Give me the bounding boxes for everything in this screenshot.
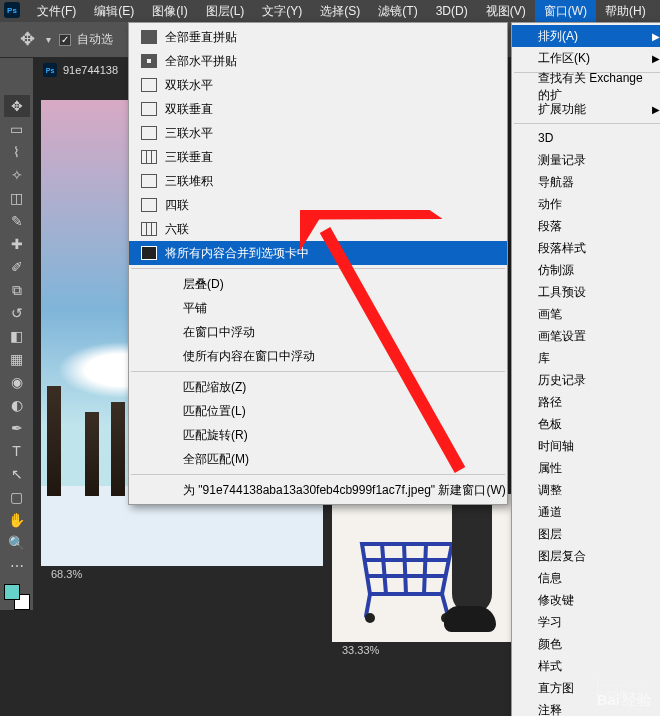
window-menu-item[interactable]: 路径 — [512, 391, 660, 413]
window-menu-item[interactable]: 颜色 — [512, 633, 660, 655]
tool-pen[interactable]: ✒ — [4, 417, 30, 439]
arrange-item[interactable]: 使所有内容在窗口中浮动 — [129, 344, 507, 368]
window-menu-item[interactable]: 画笔 — [512, 303, 660, 325]
tool-move[interactable]: ✥ — [4, 95, 30, 117]
tool-rectangle[interactable]: ▢ — [4, 486, 30, 508]
window-menu-item-label: 图层 — [538, 526, 562, 543]
menu-select[interactable]: 选择(S) — [311, 0, 369, 23]
arrange-item[interactable]: 全部匹配(M) — [129, 447, 507, 471]
svg-point-0 — [365, 613, 375, 623]
menu-window[interactable]: 窗口(W) — [535, 0, 596, 23]
tool-type[interactable]: T — [4, 440, 30, 462]
menu-help[interactable]: 帮助(H) — [596, 0, 655, 23]
tool-more[interactable]: ⋯ — [4, 555, 30, 577]
tool-eyedropper[interactable]: ✎ — [4, 210, 30, 232]
chevron-right-icon: ▶ — [652, 31, 660, 42]
layout-grid-icon — [141, 54, 157, 68]
arrange-item[interactable]: 匹配缩放(Z) — [129, 375, 507, 399]
arrange-item[interactable]: 层叠(D) — [129, 272, 507, 296]
chevron-down-icon[interactable]: ▾ — [46, 34, 51, 45]
window-menu-item[interactable]: 工作区(K)▶ — [512, 47, 660, 69]
window-menu-item[interactable]: 画笔设置 — [512, 325, 660, 347]
arrange-item-label: 三联堆积 — [165, 173, 213, 190]
tool-hand[interactable]: ✋ — [4, 509, 30, 531]
window-menu-item[interactable]: 通道 — [512, 501, 660, 523]
tool-magic-wand[interactable]: ✧ — [4, 164, 30, 186]
arrange-item[interactable]: 全部水平拼贴 — [129, 49, 507, 73]
window-menu-item[interactable]: 工具预设 — [512, 281, 660, 303]
arrange-item[interactable]: 四联 — [129, 193, 507, 217]
arrange-item[interactable]: 为 "91e744138aba13a30feb4cb999f1ac7f.jpeg… — [129, 478, 507, 502]
menu-view[interactable]: 视图(V) — [477, 0, 535, 23]
tool-eraser[interactable]: ◧ — [4, 325, 30, 347]
move-tool-icon[interactable] — [20, 30, 40, 50]
arrange-item[interactable]: 双联垂直 — [129, 97, 507, 121]
window-menu-item[interactable]: 修改键 — [512, 589, 660, 611]
arrange-item[interactable]: 将所有内容合并到选项卡中 — [129, 241, 507, 265]
menu-image[interactable]: 图像(I) — [143, 0, 196, 23]
menu-file[interactable]: 文件(F) — [28, 0, 85, 23]
document-tab[interactable]: Ps 91e744138 — [33, 58, 129, 82]
arrange-item[interactable]: 在窗口中浮动 — [129, 320, 507, 344]
window-menu-item[interactable]: 色板 — [512, 413, 660, 435]
window-menu-item[interactable]: 学习 — [512, 611, 660, 633]
tool-healing[interactable]: ✚ — [4, 233, 30, 255]
window-menu-item-label: 画笔 — [538, 306, 562, 323]
menu-edit[interactable]: 编辑(E) — [85, 0, 143, 23]
arrange-item[interactable]: 平铺 — [129, 296, 507, 320]
color-swatches[interactable] — [4, 584, 30, 610]
arrange-item[interactable]: 三联水平 — [129, 121, 507, 145]
arrange-item[interactable]: 匹配旋转(R) — [129, 423, 507, 447]
window-menu-item[interactable]: 段落样式 — [512, 237, 660, 259]
arrange-item[interactable]: 三联堆积 — [129, 169, 507, 193]
chevron-right-icon: ▶ — [652, 104, 660, 115]
window-menu-item-label: 调整 — [538, 482, 562, 499]
menu-type[interactable]: 文字(Y) — [253, 0, 311, 23]
window-menu-item[interactable]: 时间轴 — [512, 435, 660, 457]
window-menu-item[interactable]: 属性 — [512, 457, 660, 479]
window-menu-item[interactable]: 仿制源 — [512, 259, 660, 281]
tool-marquee[interactable]: ▭ — [4, 118, 30, 140]
window-menu-item[interactable]: 3D — [512, 127, 660, 149]
menu-layer[interactable]: 图层(L) — [197, 0, 254, 23]
tool-crop[interactable]: ◫ — [4, 187, 30, 209]
window-menu-item[interactable]: 动作 — [512, 193, 660, 215]
tool-path-select[interactable]: ↖ — [4, 463, 30, 485]
arrange-item-label: 六联 — [165, 221, 189, 238]
tool-blur[interactable]: ◉ — [4, 371, 30, 393]
window-menu-item[interactable]: 查找有关 Exchange 的扩 — [512, 76, 660, 98]
arrange-item[interactable]: 匹配位置(L) — [129, 399, 507, 423]
menu-filter[interactable]: 滤镜(T) — [369, 0, 426, 23]
window-menu-item-label: 颜色 — [538, 636, 562, 653]
window-menu-item[interactable]: 图层 — [512, 523, 660, 545]
arrange-item-label: 匹配旋转(R) — [183, 427, 248, 444]
window-menu-item[interactable]: 图层复合 — [512, 545, 660, 567]
document-canvas-2[interactable] — [332, 494, 518, 642]
window-menu-item[interactable]: 信息 — [512, 567, 660, 589]
arrange-item-label: 全部匹配(M) — [183, 451, 249, 468]
tool-gradient[interactable]: ▦ — [4, 348, 30, 370]
separator — [131, 474, 505, 475]
auto-select-checkbox[interactable]: ✓ — [59, 34, 71, 46]
tool-history-brush[interactable]: ↺ — [4, 302, 30, 324]
window-menu-item[interactable]: 排列(A)▶ — [512, 25, 660, 47]
window-menu-item[interactable]: 历史记录 — [512, 369, 660, 391]
arrange-item[interactable]: 双联水平 — [129, 73, 507, 97]
window-menu-item[interactable]: 样式 — [512, 655, 660, 677]
window-menu-item[interactable]: 调整 — [512, 479, 660, 501]
window-menu-item[interactable]: 测量记录 — [512, 149, 660, 171]
window-menu-item[interactable]: 库 — [512, 347, 660, 369]
tool-dodge[interactable]: ◐ — [4, 394, 30, 416]
arrange-item[interactable]: 三联垂直 — [129, 145, 507, 169]
menu-3d[interactable]: 3D(D) — [427, 1, 477, 21]
tool-brush[interactable]: ✐ — [4, 256, 30, 278]
window-menu-item[interactable]: 扩展功能▶ — [512, 98, 660, 120]
tool-zoom[interactable]: 🔍 — [4, 532, 30, 554]
tool-lasso[interactable]: ⌇ — [4, 141, 30, 163]
window-menu-item[interactable]: 导航器 — [512, 171, 660, 193]
window-menu-item[interactable]: 段落 — [512, 215, 660, 237]
window-menu-item-label: 画笔设置 — [538, 328, 586, 345]
tool-stamp[interactable]: ⧉ — [4, 279, 30, 301]
arrange-item[interactable]: 全部垂直拼贴 — [129, 25, 507, 49]
arrange-item[interactable]: 六联 — [129, 217, 507, 241]
